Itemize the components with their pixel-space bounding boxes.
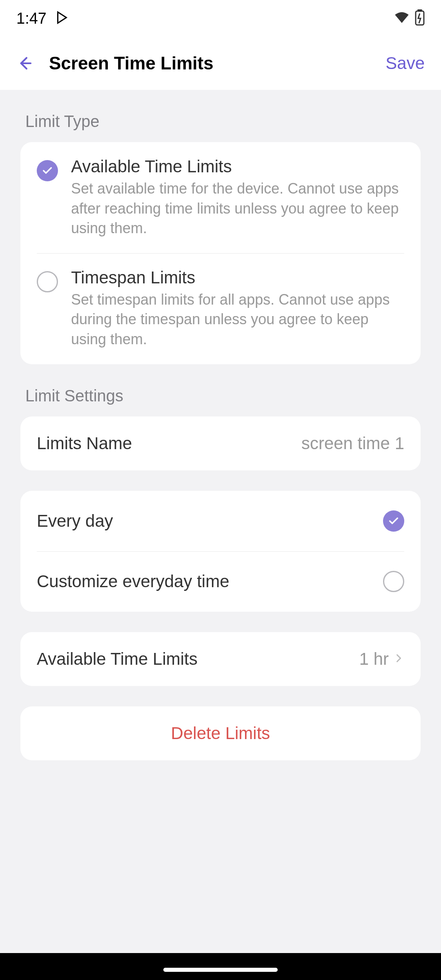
svg-rect-2	[418, 9, 421, 11]
content-area: Limit Type Available Time Limits Set ava…	[0, 90, 441, 953]
limit-settings-label: Limit Settings	[20, 387, 421, 405]
status-time: 1:47	[16, 10, 47, 27]
radio-unselected-icon	[37, 271, 58, 292]
customize-label: Customize everyday time	[37, 572, 229, 591]
check-off-icon	[383, 571, 404, 592]
delete-label: Delete Limits	[37, 724, 404, 743]
everyday-row[interactable]: Every day	[20, 491, 421, 551]
play-store-icon	[55, 10, 69, 27]
limits-name-label: Limits Name	[37, 434, 132, 453]
app-header: Screen Time Limits Save	[0, 37, 441, 90]
available-time-card: Available Time Limits 1 hr	[20, 632, 421, 686]
save-button[interactable]: Save	[385, 53, 425, 73]
limit-type-label: Limit Type	[20, 112, 421, 131]
limit-type-card: Available Time Limits Set available time…	[20, 142, 421, 364]
available-time-value: 1 hr	[359, 649, 389, 669]
home-indicator[interactable]	[163, 968, 278, 972]
limits-name-row[interactable]: Limits Name screen time 1	[20, 416, 421, 470]
available-time-label: Available Time Limits	[37, 649, 198, 669]
limits-name-card: Limits Name screen time 1	[20, 416, 421, 470]
battery-icon	[415, 9, 425, 27]
check-on-icon	[383, 510, 404, 532]
svg-marker-0	[58, 12, 66, 23]
available-time-row[interactable]: Available Time Limits 1 hr	[20, 632, 421, 686]
everyday-label: Every day	[37, 511, 113, 531]
delete-limits-button[interactable]: Delete Limits	[20, 706, 421, 760]
limits-name-value: screen time 1	[301, 434, 404, 453]
back-button[interactable]	[16, 55, 33, 71]
option-timespan-limits[interactable]: Timespan Limits Set timespan limits for …	[20, 253, 421, 364]
page-title: Screen Time Limits	[49, 53, 369, 74]
option-desc: Set timespan limits for all apps. Cannot…	[71, 290, 404, 350]
option-desc: Set available time for the device. Canno…	[71, 179, 404, 238]
option-available-time-limits[interactable]: Available Time Limits Set available time…	[20, 142, 421, 253]
delete-card: Delete Limits	[20, 706, 421, 760]
option-title: Timespan Limits	[71, 268, 404, 287]
option-title: Available Time Limits	[71, 157, 404, 176]
customize-everyday-row[interactable]: Customize everyday time	[20, 551, 421, 612]
status-bar: 1:47	[0, 0, 441, 37]
wifi-icon	[394, 9, 410, 27]
schedule-card: Every day Customize everyday time	[20, 491, 421, 612]
chevron-right-icon	[393, 653, 404, 666]
radio-selected-icon	[37, 160, 58, 181]
